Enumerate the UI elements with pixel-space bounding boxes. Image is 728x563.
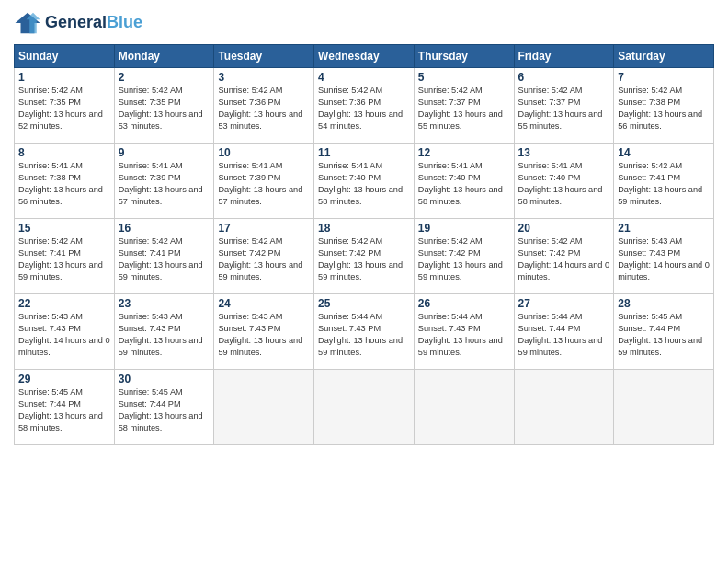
weekday-header: Sunday bbox=[15, 45, 115, 68]
day-number: 11 bbox=[318, 146, 410, 159]
day-info: Sunrise: 5:41 AMSunset: 7:39 PMDaylight:… bbox=[119, 160, 210, 208]
day-info: Sunrise: 5:42 AMSunset: 7:36 PMDaylight:… bbox=[218, 85, 310, 132]
day-number: 8 bbox=[18, 146, 110, 159]
calendar-cell: 29 Sunrise: 5:45 AMSunset: 7:44 PMDaylig… bbox=[15, 370, 115, 445]
day-info: Sunrise: 5:41 AMSunset: 7:39 PMDaylight:… bbox=[218, 160, 310, 208]
day-number: 23 bbox=[119, 297, 210, 310]
day-number: 19 bbox=[418, 222, 510, 235]
day-number: 10 bbox=[218, 146, 310, 159]
weekday-header: Tuesday bbox=[214, 45, 314, 68]
weekday-header: Thursday bbox=[414, 45, 514, 68]
day-info: Sunrise: 5:42 AMSunset: 7:42 PMDaylight:… bbox=[518, 236, 610, 283]
day-info: Sunrise: 5:45 AMSunset: 7:44 PMDaylight:… bbox=[119, 386, 210, 434]
calendar-cell: 11 Sunrise: 5:41 AMSunset: 7:40 PMDaylig… bbox=[314, 144, 415, 219]
calendar-cell: 26 Sunrise: 5:44 AMSunset: 7:43 PMDaylig… bbox=[414, 294, 514, 370]
calendar-cell bbox=[414, 370, 514, 445]
calendar-cell: 18 Sunrise: 5:42 AMSunset: 7:42 PMDaylig… bbox=[314, 219, 415, 294]
day-info: Sunrise: 5:42 AMSunset: 7:38 PMDaylight:… bbox=[618, 85, 710, 132]
day-info: Sunrise: 5:41 AMSunset: 7:38 PMDaylight:… bbox=[18, 160, 110, 208]
day-number: 9 bbox=[119, 146, 210, 159]
day-info: Sunrise: 5:42 AMSunset: 7:35 PMDaylight:… bbox=[119, 85, 210, 132]
day-number: 7 bbox=[618, 71, 710, 84]
day-info: Sunrise: 5:41 AMSunset: 7:40 PMDaylight:… bbox=[418, 160, 510, 208]
calendar-cell: 27 Sunrise: 5:44 AMSunset: 7:44 PMDaylig… bbox=[514, 294, 614, 370]
calendar-cell: 22 Sunrise: 5:43 AMSunset: 7:43 PMDaylig… bbox=[15, 294, 115, 370]
logo-text: GeneralBlue bbox=[45, 14, 142, 32]
day-number: 5 bbox=[418, 71, 510, 84]
day-number: 22 bbox=[18, 297, 110, 310]
calendar-cell: 30 Sunrise: 5:45 AMSunset: 7:44 PMDaylig… bbox=[114, 370, 214, 445]
day-number: 6 bbox=[518, 71, 610, 84]
day-number: 28 bbox=[618, 297, 710, 310]
calendar-cell: 14 Sunrise: 5:42 AMSunset: 7:41 PMDaylig… bbox=[614, 144, 714, 219]
weekday-header: Wednesday bbox=[314, 45, 415, 68]
day-info: Sunrise: 5:44 AMSunset: 7:44 PMDaylight:… bbox=[518, 311, 610, 359]
day-number: 29 bbox=[18, 373, 110, 385]
day-info: Sunrise: 5:42 AMSunset: 7:35 PMDaylight:… bbox=[18, 85, 110, 132]
calendar-cell: 3 Sunrise: 5:42 AMSunset: 7:36 PMDayligh… bbox=[214, 68, 314, 144]
day-info: Sunrise: 5:43 AMSunset: 7:43 PMDaylight:… bbox=[618, 236, 710, 283]
day-info: Sunrise: 5:44 AMSunset: 7:43 PMDaylight:… bbox=[318, 311, 410, 359]
calendar-cell: 9 Sunrise: 5:41 AMSunset: 7:39 PMDayligh… bbox=[114, 144, 214, 219]
calendar-cell: 24 Sunrise: 5:43 AMSunset: 7:43 PMDaylig… bbox=[214, 294, 314, 370]
day-number: 14 bbox=[618, 146, 710, 159]
day-number: 13 bbox=[518, 146, 610, 159]
day-number: 30 bbox=[119, 373, 210, 385]
day-info: Sunrise: 5:42 AMSunset: 7:42 PMDaylight:… bbox=[218, 236, 310, 283]
day-info: Sunrise: 5:42 AMSunset: 7:37 PMDaylight:… bbox=[418, 85, 510, 132]
calendar-cell: 15 Sunrise: 5:42 AMSunset: 7:41 PMDaylig… bbox=[15, 219, 115, 294]
calendar-cell: 21 Sunrise: 5:43 AMSunset: 7:43 PMDaylig… bbox=[614, 219, 714, 294]
day-number: 2 bbox=[119, 71, 210, 84]
day-info: Sunrise: 5:43 AMSunset: 7:43 PMDaylight:… bbox=[119, 311, 210, 359]
calendar-cell: 2 Sunrise: 5:42 AMSunset: 7:35 PMDayligh… bbox=[114, 68, 214, 144]
day-number: 16 bbox=[119, 222, 210, 235]
day-number: 3 bbox=[218, 71, 310, 84]
calendar-cell: 1 Sunrise: 5:42 AMSunset: 7:35 PMDayligh… bbox=[15, 68, 115, 144]
calendar-cell: 17 Sunrise: 5:42 AMSunset: 7:42 PMDaylig… bbox=[214, 219, 314, 294]
day-info: Sunrise: 5:42 AMSunset: 7:41 PMDaylight:… bbox=[18, 236, 110, 283]
day-number: 24 bbox=[218, 297, 310, 310]
day-info: Sunrise: 5:45 AMSunset: 7:44 PMDaylight:… bbox=[618, 311, 710, 359]
day-info: Sunrise: 5:42 AMSunset: 7:41 PMDaylight:… bbox=[618, 160, 710, 208]
calendar-cell: 5 Sunrise: 5:42 AMSunset: 7:37 PMDayligh… bbox=[414, 68, 514, 144]
day-info: Sunrise: 5:42 AMSunset: 7:37 PMDaylight:… bbox=[518, 85, 610, 132]
calendar-cell bbox=[214, 370, 314, 445]
day-info: Sunrise: 5:45 AMSunset: 7:44 PMDaylight:… bbox=[18, 386, 110, 434]
header: GeneralBlue bbox=[14, 9, 714, 37]
calendar-cell: 10 Sunrise: 5:41 AMSunset: 7:39 PMDaylig… bbox=[214, 144, 314, 219]
logo: GeneralBlue bbox=[14, 9, 142, 37]
day-number: 25 bbox=[318, 297, 410, 310]
calendar-cell: 23 Sunrise: 5:43 AMSunset: 7:43 PMDaylig… bbox=[114, 294, 214, 370]
weekday-header: Friday bbox=[514, 45, 614, 68]
calendar-cell: 13 Sunrise: 5:41 AMSunset: 7:40 PMDaylig… bbox=[514, 144, 614, 219]
day-info: Sunrise: 5:42 AMSunset: 7:36 PMDaylight:… bbox=[318, 85, 410, 132]
day-info: Sunrise: 5:43 AMSunset: 7:43 PMDaylight:… bbox=[218, 311, 310, 359]
day-number: 27 bbox=[518, 297, 610, 310]
day-info: Sunrise: 5:41 AMSunset: 7:40 PMDaylight:… bbox=[518, 160, 610, 208]
day-info: Sunrise: 5:44 AMSunset: 7:43 PMDaylight:… bbox=[418, 311, 510, 359]
weekday-header: Monday bbox=[114, 45, 214, 68]
day-number: 4 bbox=[318, 71, 410, 84]
calendar-cell: 12 Sunrise: 5:41 AMSunset: 7:40 PMDaylig… bbox=[414, 144, 514, 219]
day-number: 26 bbox=[418, 297, 510, 310]
day-number: 20 bbox=[518, 222, 610, 235]
day-info: Sunrise: 5:42 AMSunset: 7:41 PMDaylight:… bbox=[119, 236, 210, 283]
calendar-cell: 19 Sunrise: 5:42 AMSunset: 7:42 PMDaylig… bbox=[414, 219, 514, 294]
day-info: Sunrise: 5:43 AMSunset: 7:43 PMDaylight:… bbox=[18, 311, 110, 359]
weekday-header: Saturday bbox=[614, 45, 714, 68]
calendar-cell: 8 Sunrise: 5:41 AMSunset: 7:38 PMDayligh… bbox=[15, 144, 115, 219]
calendar-cell: 20 Sunrise: 5:42 AMSunset: 7:42 PMDaylig… bbox=[514, 219, 614, 294]
day-number: 21 bbox=[618, 222, 710, 235]
day-number: 1 bbox=[18, 71, 110, 84]
day-number: 17 bbox=[218, 222, 310, 235]
calendar-cell: 6 Sunrise: 5:42 AMSunset: 7:37 PMDayligh… bbox=[514, 68, 614, 144]
day-number: 12 bbox=[418, 146, 510, 159]
calendar-cell: 25 Sunrise: 5:44 AMSunset: 7:43 PMDaylig… bbox=[314, 294, 415, 370]
calendar-cell: 16 Sunrise: 5:42 AMSunset: 7:41 PMDaylig… bbox=[114, 219, 214, 294]
day-info: Sunrise: 5:41 AMSunset: 7:40 PMDaylight:… bbox=[318, 160, 410, 208]
day-info: Sunrise: 5:42 AMSunset: 7:42 PMDaylight:… bbox=[418, 236, 510, 283]
day-info: Sunrise: 5:42 AMSunset: 7:42 PMDaylight:… bbox=[318, 236, 410, 283]
day-number: 18 bbox=[318, 222, 410, 235]
day-number: 15 bbox=[18, 222, 110, 235]
page: GeneralBlue SundayMondayTuesdayWednesday… bbox=[0, 0, 728, 563]
